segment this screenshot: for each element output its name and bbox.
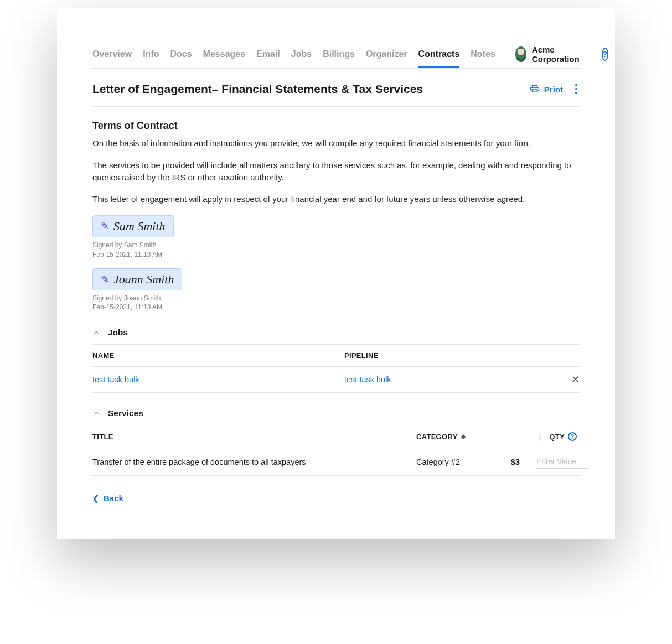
jobs-col-name: NAME: [92, 351, 344, 360]
print-button[interactable]: Print: [530, 84, 563, 94]
services-section-toggle[interactable]: Services: [92, 408, 580, 425]
signature-block: ✎ Sam Smith Signed by Sam Smith Feb-15-2…: [92, 215, 580, 259]
job-pipeline-link[interactable]: test task bulk: [344, 375, 563, 384]
tab-notes[interactable]: Notes: [471, 40, 495, 68]
tab-overview[interactable]: Overview: [92, 40, 132, 68]
services-col-qty-label: QTY: [549, 433, 565, 441]
title-row: Letter of Engagement– Financial Statemen…: [92, 69, 580, 107]
signature-date: Feb-15-2021, 11:13 AM: [92, 303, 580, 312]
tab-docs[interactable]: Docs: [170, 40, 192, 68]
tab-bar: Overview Info Docs Messages Email Jobs B…: [92, 40, 580, 69]
signature-signer: Signed by Sam Smith: [92, 241, 580, 250]
signature-meta: Signed by Sam Smith Feb-15-2021, 11:13 A…: [92, 241, 580, 259]
jobs-col-pipeline: PIPELINE: [344, 351, 563, 360]
remove-job-icon[interactable]: ✕: [563, 373, 580, 386]
help-icon[interactable]: ?: [602, 48, 609, 61]
services-col-qty: ⋮ QTY ?: [524, 432, 580, 441]
signature-signer: Signed by Joann Smith: [92, 294, 580, 303]
signature-block: ✎ Joann Smith Signed by Joann Smith Feb-…: [92, 268, 580, 313]
services-table-row: Transfer of the entire package of docume…: [92, 448, 580, 476]
account-chip[interactable]: Acme Corporation: [515, 45, 584, 64]
tab-organizer[interactable]: Organizer: [366, 40, 407, 68]
terms-paragraph: This letter of engagement will apply in …: [92, 193, 580, 205]
signature-name: Joann Smith: [113, 272, 174, 287]
tabs: Overview Info Docs Messages Email Jobs B…: [92, 40, 495, 68]
services-col-category-label: CATEGORY: [416, 433, 458, 441]
services-table-header: TITLE CATEGORY ⋮ QTY ?: [92, 425, 580, 448]
service-qty-input[interactable]: [536, 455, 589, 469]
services-section-label: Services: [108, 408, 143, 418]
jobs-table-row: test task bulk test task bulk ✕: [92, 367, 580, 393]
help-icon[interactable]: ?: [568, 432, 577, 441]
print-label: Print: [544, 85, 563, 94]
terms-heading: Terms of Contract: [92, 120, 580, 132]
terms-paragraph: On the basis of information and instruct…: [92, 137, 580, 149]
signature-box[interactable]: ✎ Joann Smith: [92, 268, 182, 290]
tab-contracts[interactable]: Contracts: [418, 40, 460, 68]
signature-mark-icon: ✎: [101, 273, 109, 285]
jobs-section-toggle[interactable]: Jobs: [92, 328, 580, 345]
sort-icon: [461, 434, 466, 439]
tab-billings[interactable]: Billings: [323, 40, 355, 68]
back-button[interactable]: ❮ Back: [92, 494, 580, 503]
signature-box[interactable]: ✎ Sam Smith: [92, 215, 174, 237]
jobs-table-header: NAME PIPELINE: [92, 345, 580, 367]
chevron-up-icon: [92, 329, 100, 336]
back-label: Back: [104, 494, 123, 503]
chevron-left-icon: ❮: [92, 494, 99, 503]
jobs-section-label: Jobs: [108, 328, 128, 337]
terms-paragraph: The services to be provided will include…: [92, 159, 580, 184]
drag-handle-icon[interactable]: ⋮: [536, 433, 546, 441]
page-title: Letter of Engagement– Financial Statemen…: [92, 82, 423, 96]
printer-icon: [530, 84, 540, 94]
job-name-link[interactable]: test task bulk: [92, 375, 344, 384]
signature-mark-icon: ✎: [101, 220, 109, 232]
services-col-title: TITLE: [92, 433, 416, 441]
signature-name: Sam Smith: [113, 219, 166, 233]
tab-info[interactable]: Info: [143, 40, 159, 68]
title-actions: Print: [530, 82, 580, 96]
avatar: [515, 46, 526, 62]
tab-jobs[interactable]: Jobs: [291, 40, 312, 68]
tab-messages[interactable]: Messages: [203, 40, 246, 68]
more-menu-icon[interactable]: [573, 82, 580, 96]
chevron-up-icon: [92, 409, 100, 417]
account-name: Acme Corporation: [532, 45, 584, 64]
service-price: $3: [483, 458, 524, 466]
signature-date: Feb-15-2021, 11:13 AM: [92, 250, 580, 259]
svg-point-1: [537, 89, 538, 90]
services-col-category[interactable]: CATEGORY: [416, 433, 483, 441]
tab-email[interactable]: Email: [256, 40, 280, 68]
service-category: Category #2: [416, 458, 483, 466]
service-title: Transfer of the entire package of docume…: [92, 458, 416, 466]
signature-meta: Signed by Joann Smith Feb-15-2021, 11:13…: [92, 294, 580, 313]
